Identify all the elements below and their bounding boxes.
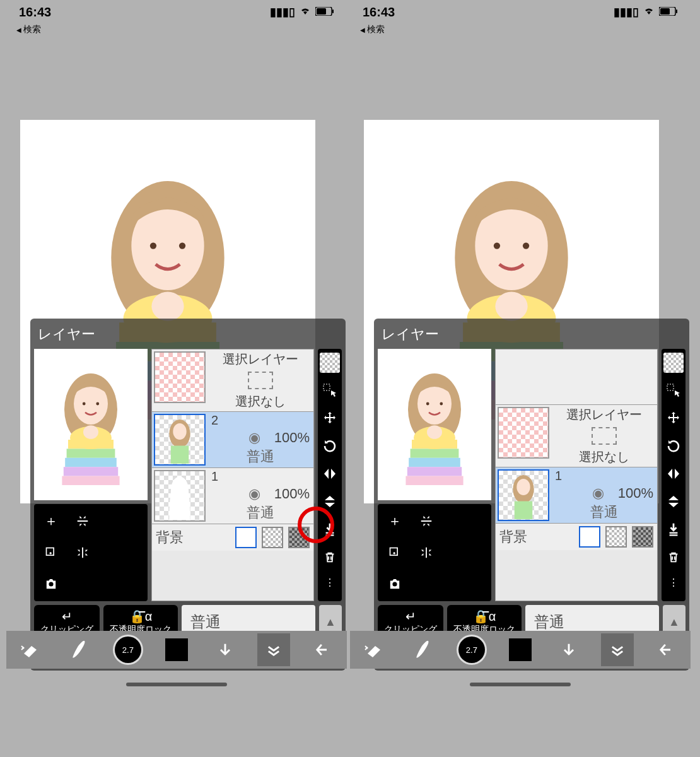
svg-rect-25: [47, 548, 54, 556]
mirror-v-button[interactable]: [320, 491, 340, 512]
side-toolbar: ⋮: [662, 349, 685, 601]
svg-rect-54: [405, 476, 463, 485]
undo-button[interactable]: [209, 633, 242, 666]
background-label: 背景: [499, 527, 574, 546]
back-to-search[interactable]: 検索: [6, 24, 347, 40]
move-button[interactable]: [663, 408, 684, 428]
svg-rect-61: [667, 384, 674, 390]
bg-checker-light-swatch[interactable]: [262, 527, 283, 548]
visibility-icon[interactable]: ◉: [248, 486, 260, 502]
status-icons: ▮▮▮▯: [614, 5, 678, 19]
wifi-icon: [643, 6, 655, 19]
background-row[interactable]: 背景: [496, 524, 657, 550]
move-button[interactable]: [320, 408, 340, 428]
background-row[interactable]: 背景: [152, 524, 313, 551]
bg-checker-dark-swatch[interactable]: [632, 526, 653, 548]
import-photo-button[interactable]: [37, 570, 66, 599]
rotate-button[interactable]: [663, 436, 684, 456]
svg-rect-63: [670, 534, 678, 536]
brush-tool[interactable]: [63, 633, 96, 666]
more-button[interactable]: ⋮: [663, 575, 684, 590]
layers-button[interactable]: [601, 633, 634, 666]
mirror-v-button[interactable]: [663, 491, 684, 512]
selection-thumb: [498, 407, 549, 459]
clear-layer-button[interactable]: [320, 353, 340, 373]
merge-down-button[interactable]: [320, 519, 340, 539]
bg-white-swatch[interactable]: [579, 526, 600, 548]
spacer-row: [496, 349, 657, 405]
home-indicator[interactable]: [126, 683, 227, 686]
selection-layer-row[interactable]: 選択レイヤー 選択なし: [496, 405, 657, 467]
eraser-tool[interactable]: [358, 633, 391, 666]
selection-layer-label: 選択レイヤー: [566, 406, 642, 423]
bg-checker-dark-swatch[interactable]: [288, 527, 310, 548]
layer-list: 選択レイヤー 選択なし 1 ◉100% 普通: [495, 349, 658, 601]
layer-1-thumb: [154, 470, 206, 522]
status-time: 16:43: [19, 5, 51, 20]
layer-1-thumb: [498, 469, 549, 521]
visibility-icon[interactable]: ◉: [248, 430, 260, 446]
mirror-h-button[interactable]: [320, 464, 340, 484]
flip-h-button[interactable]: [412, 507, 441, 536]
clear-layer-button[interactable]: [663, 353, 684, 373]
add-layer-button[interactable]: ＋: [380, 507, 409, 536]
brush-size-button[interactable]: 2.7: [455, 633, 488, 666]
brush-size-button[interactable]: 2.7: [112, 633, 144, 666]
layer-blend-mode: 普通: [211, 447, 310, 466]
delete-layer-button[interactable]: [320, 547, 340, 567]
layer-row-1[interactable]: 1 ◉100% 普通: [496, 467, 657, 524]
eraser-tool[interactable]: [15, 633, 47, 666]
rotate-button[interactable]: [320, 436, 340, 456]
panel-title: レイヤー: [34, 322, 342, 349]
mirror-h-button[interactable]: [663, 464, 684, 484]
svg-point-56: [427, 425, 442, 439]
svg-rect-34: [676, 9, 677, 13]
bg-checker-light-swatch[interactable]: [605, 526, 627, 548]
svg-point-17: [96, 402, 99, 406]
layer-preview[interactable]: [378, 349, 491, 500]
bg-white-swatch[interactable]: [235, 527, 257, 548]
brush-tool[interactable]: [407, 633, 440, 666]
layers-panel: レイヤー: [30, 319, 346, 671]
svg-rect-30: [326, 532, 334, 534]
flip-v-button[interactable]: [412, 538, 441, 567]
delete-layer-button[interactable]: [663, 547, 684, 567]
more-button[interactable]: ⋮: [320, 575, 340, 590]
layer-preview[interactable]: [34, 349, 148, 500]
undo-button[interactable]: [552, 633, 585, 666]
layer-row-2[interactable]: 2 ◉100% 普通: [152, 412, 313, 468]
flip-v-button[interactable]: [68, 538, 97, 567]
selection-layer-row[interactable]: 選択レイヤー 選択なし: [152, 349, 313, 412]
svg-rect-1: [317, 8, 326, 15]
svg-rect-21: [64, 467, 118, 476]
layer-opacity: 100%: [274, 430, 310, 446]
signal-icon: ▮▮▮▯: [614, 5, 639, 19]
duplicate-layer-button[interactable]: [380, 538, 409, 567]
color-swatch[interactable]: [504, 633, 537, 666]
color-swatch[interactable]: [160, 633, 193, 666]
svg-point-37: [494, 242, 500, 249]
lock-icon: 🔒̅α: [473, 609, 496, 624]
svg-rect-33: [660, 8, 670, 15]
layer-row-1[interactable]: 1 ◉100% 普通: [152, 468, 313, 524]
duplicate-layer-button[interactable]: [37, 538, 66, 567]
flip-h-button[interactable]: [68, 507, 97, 536]
clipping-icon: ↵: [405, 609, 416, 624]
svg-rect-62: [670, 532, 678, 534]
svg-point-45: [495, 292, 527, 321]
back-button[interactable]: [650, 633, 682, 666]
import-photo-button[interactable]: [380, 570, 409, 599]
visibility-icon[interactable]: ◉: [592, 485, 604, 502]
select-all-button[interactable]: [663, 380, 684, 401]
add-layer-button[interactable]: ＋: [37, 507, 66, 536]
back-button[interactable]: [306, 633, 339, 666]
layers-button[interactable]: [257, 633, 290, 666]
layer-blend-mode: 普通: [211, 503, 310, 522]
bottom-toolbar: 2.7: [6, 631, 347, 669]
select-all-button[interactable]: [320, 380, 340, 401]
back-to-search[interactable]: 検索: [350, 24, 691, 40]
svg-rect-29: [324, 384, 330, 390]
home-indicator[interactable]: [470, 683, 571, 686]
merge-down-button[interactable]: [663, 519, 684, 539]
battery-icon: [659, 6, 678, 19]
